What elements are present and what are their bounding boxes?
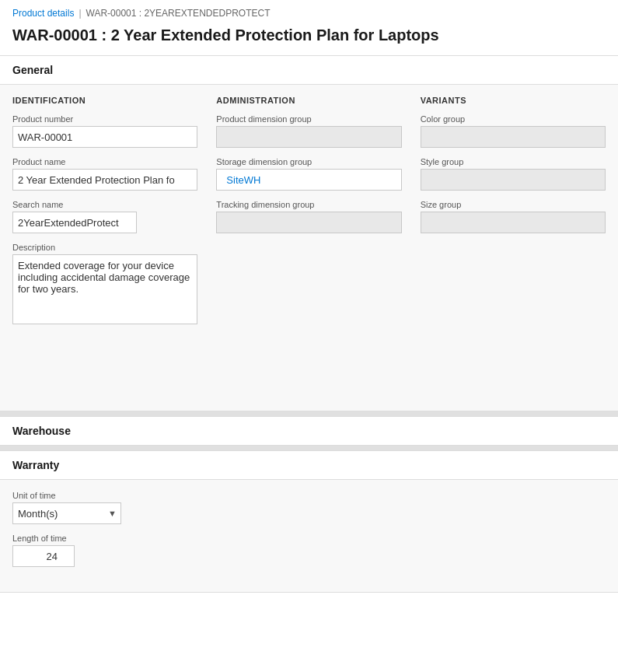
warranty-section: Warranty Unit of time Day(s) Month(s) Ye… <box>0 450 618 593</box>
product-name-field: Product name <box>12 157 197 191</box>
product-name-label: Product name <box>12 157 197 166</box>
tracking-dimension-group-input[interactable] <box>216 212 401 233</box>
tracking-dimension-group-label: Tracking dimension group <box>216 200 401 209</box>
length-of-time-input[interactable] <box>12 545 75 567</box>
unit-of-time-label: Unit of time <box>12 491 606 500</box>
product-dimension-group-input[interactable] <box>216 126 401 148</box>
search-name-field: Search name <box>12 200 197 233</box>
length-of-time-field: Length of time <box>12 534 606 567</box>
warranty-section-header: Warranty <box>0 451 618 479</box>
administration-header: ADMINISTRATION <box>216 96 401 105</box>
style-group-input[interactable] <box>421 169 606 191</box>
unit-of-time-select[interactable]: Day(s) Month(s) Year(s) <box>12 502 121 524</box>
size-group-input[interactable] <box>421 212 606 233</box>
page-title: WAR-00001 : 2 Year Extended Protection P… <box>0 23 618 55</box>
storage-dimension-group-link[interactable]: SiteWH <box>222 171 265 189</box>
warranty-section-content: Unit of time Day(s) Month(s) Year(s) ▼ L… <box>0 479 618 592</box>
color-group-field: Color group <box>421 114 606 148</box>
size-group-label: Size group <box>421 200 606 209</box>
description-field: Description Extended coverage for your d… <box>12 243 197 327</box>
breadcrumb: Product details | WAR-00001 : 2YEAREXTEN… <box>0 0 618 23</box>
unit-of-time-field: Unit of time Day(s) Month(s) Year(s) ▼ <box>12 491 606 524</box>
general-section-header: General <box>0 56 618 84</box>
breadcrumb-link[interactable]: Product details <box>12 8 74 19</box>
size-group-field: Size group <box>421 200 606 233</box>
breadcrumb-separator: | <box>79 8 81 19</box>
variants-column: VARIANTS Color group Style group Size gr… <box>421 96 606 336</box>
warehouse-section: Warehouse <box>0 416 618 446</box>
warehouse-section-header: Warehouse <box>0 417 618 445</box>
style-group-label: Style group <box>421 157 606 166</box>
storage-dimension-group-field: Storage dimension group SiteWH <box>216 157 401 191</box>
general-section: General IDENTIFICATION Product number Pr… <box>0 55 618 411</box>
breadcrumb-current: WAR-00001 : 2YEAREXTENDEDPROTECT <box>86 8 271 19</box>
product-number-input[interactable] <box>12 126 197 148</box>
identification-column: IDENTIFICATION Product number Product na… <box>12 96 216 336</box>
length-of-time-label: Length of time <box>12 534 606 543</box>
color-group-label: Color group <box>421 114 606 124</box>
storage-dimension-group-label: Storage dimension group <box>216 157 401 166</box>
variants-header: VARIANTS <box>421 96 606 105</box>
description-label: Description <box>12 243 197 252</box>
style-group-field: Style group <box>421 157 606 191</box>
warranty-section-box: Warranty Unit of time Day(s) Month(s) Ye… <box>0 450 618 593</box>
unit-of-time-wrapper: Day(s) Month(s) Year(s) ▼ <box>12 502 121 524</box>
search-name-label: Search name <box>12 200 197 209</box>
warehouse-section-box: Warehouse <box>0 416 618 446</box>
administration-column: ADMINISTRATION Product dimension group S… <box>216 96 420 336</box>
general-section-box: General IDENTIFICATION Product number Pr… <box>0 55 618 411</box>
product-dimension-group-label: Product dimension group <box>216 114 401 124</box>
product-name-input[interactable] <box>12 169 197 191</box>
color-group-input[interactable] <box>421 126 606 148</box>
storage-dimension-group-box: SiteWH <box>216 169 401 191</box>
tracking-dimension-group-field: Tracking dimension group <box>216 200 401 233</box>
search-name-input[interactable] <box>12 212 137 233</box>
product-number-label: Product number <box>12 114 197 124</box>
general-section-content: IDENTIFICATION Product number Product na… <box>0 84 618 411</box>
product-dimension-group-field: Product dimension group <box>216 114 401 148</box>
description-textarea[interactable]: Extended coverage for your device includ… <box>12 254 197 324</box>
product-number-field: Product number <box>12 114 197 148</box>
identification-header: IDENTIFICATION <box>12 96 197 105</box>
